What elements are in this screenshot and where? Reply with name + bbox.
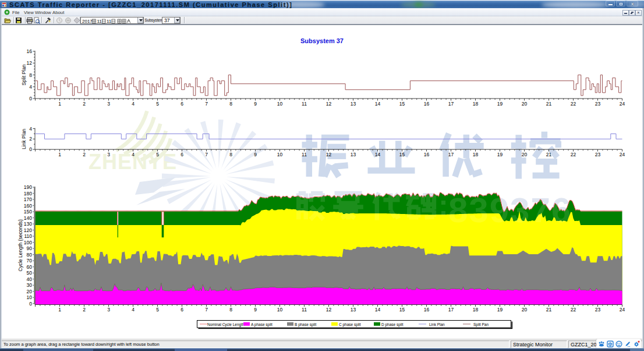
svg-text:150: 150 bbox=[24, 209, 32, 215]
svg-text:130: 130 bbox=[24, 221, 32, 227]
svg-text:110: 110 bbox=[24, 233, 32, 239]
svg-text:13: 13 bbox=[351, 101, 356, 107]
svg-text:140: 140 bbox=[24, 215, 32, 221]
svg-text:24: 24 bbox=[620, 101, 625, 107]
svg-text:4: 4 bbox=[132, 307, 135, 313]
svg-text:23: 23 bbox=[595, 101, 601, 107]
svg-text:15: 15 bbox=[399, 152, 405, 157]
svg-text:40: 40 bbox=[27, 276, 33, 282]
svg-text:20: 20 bbox=[522, 152, 528, 157]
svg-text:11: 11 bbox=[302, 307, 307, 313]
svg-text:19: 19 bbox=[497, 101, 503, 107]
svg-text:Cycle Length (seconds): Cycle Length (seconds) bbox=[17, 219, 23, 271]
svg-text:21: 21 bbox=[546, 152, 552, 157]
svg-text:90: 90 bbox=[27, 245, 33, 251]
svg-text:24: 24 bbox=[620, 307, 625, 313]
svg-text:4: 4 bbox=[29, 84, 32, 90]
svg-text:2: 2 bbox=[83, 101, 86, 107]
svg-text:4: 4 bbox=[132, 152, 135, 157]
svg-text:21: 21 bbox=[546, 307, 552, 313]
svg-text:10: 10 bbox=[277, 152, 283, 157]
svg-text:0: 0 bbox=[29, 96, 32, 101]
svg-text:5: 5 bbox=[156, 152, 159, 157]
svg-text:3: 3 bbox=[107, 101, 110, 107]
svg-text:14: 14 bbox=[375, 307, 381, 313]
svg-text:19: 19 bbox=[497, 307, 503, 313]
svg-text:15: 15 bbox=[399, 101, 405, 107]
svg-text:8: 8 bbox=[29, 72, 32, 78]
svg-text:11: 11 bbox=[97, 19, 102, 24]
svg-text:A phase split: A phase split bbox=[251, 322, 273, 327]
svg-text:6: 6 bbox=[181, 152, 183, 157]
svg-text:11: 11 bbox=[107, 19, 112, 24]
svg-text:2: 2 bbox=[83, 307, 86, 313]
svg-text:20: 20 bbox=[522, 101, 528, 107]
svg-text:6: 6 bbox=[181, 101, 183, 107]
svg-text:Split Plan: Split Plan bbox=[21, 64, 27, 85]
svg-text:4: 4 bbox=[132, 101, 135, 107]
svg-text:120: 120 bbox=[24, 227, 32, 233]
svg-text:14: 14 bbox=[375, 101, 381, 107]
svg-text:22: 22 bbox=[571, 307, 576, 313]
svg-text:Subsystem 37: Subsystem 37 bbox=[300, 37, 344, 44]
svg-text:12: 12 bbox=[326, 307, 332, 313]
svg-text:8: 8 bbox=[229, 307, 232, 313]
svg-text:21: 21 bbox=[546, 101, 552, 107]
svg-text:170: 170 bbox=[24, 196, 32, 202]
svg-text:23: 23 bbox=[595, 152, 601, 157]
svg-text:9: 9 bbox=[254, 152, 257, 157]
svg-text:Nominal Cycle Length: Nominal Cycle Length bbox=[207, 322, 245, 327]
svg-text:18: 18 bbox=[473, 152, 479, 157]
svg-text:50: 50 bbox=[27, 270, 33, 276]
svg-text:100: 100 bbox=[24, 240, 32, 245]
svg-text:10: 10 bbox=[277, 101, 283, 107]
svg-text:13: 13 bbox=[351, 152, 356, 157]
svg-text:7: 7 bbox=[205, 307, 208, 313]
svg-text:12: 12 bbox=[326, 101, 332, 107]
svg-text:19: 19 bbox=[497, 152, 503, 157]
svg-text:190: 190 bbox=[24, 184, 32, 190]
svg-text:22: 22 bbox=[571, 101, 576, 107]
svg-text:4: 4 bbox=[29, 126, 32, 132]
svg-text:Link Plan: Link Plan bbox=[429, 322, 445, 327]
svg-text:2017: 2017 bbox=[82, 19, 93, 24]
svg-text:160: 160 bbox=[24, 203, 32, 209]
svg-text:1: 1 bbox=[58, 307, 61, 313]
svg-text:2: 2 bbox=[29, 136, 32, 142]
svg-text:3: 3 bbox=[107, 307, 110, 313]
svg-text:13: 13 bbox=[351, 307, 356, 313]
svg-text:839376: 839376 bbox=[448, 191, 572, 230]
svg-text:12: 12 bbox=[27, 60, 33, 66]
svg-text:11: 11 bbox=[302, 101, 307, 107]
svg-text:1: 1 bbox=[58, 101, 61, 107]
svg-text:9: 9 bbox=[254, 101, 257, 107]
svg-text:10: 10 bbox=[277, 307, 283, 313]
svg-text:20: 20 bbox=[522, 307, 528, 313]
svg-text:6: 6 bbox=[181, 307, 183, 313]
svg-text:9: 9 bbox=[254, 307, 257, 313]
svg-text:12: 12 bbox=[326, 152, 332, 157]
svg-text:23: 23 bbox=[595, 307, 601, 313]
svg-text:16: 16 bbox=[424, 307, 430, 313]
svg-text:11: 11 bbox=[302, 152, 307, 157]
svg-text:D phase split: D phase split bbox=[381, 322, 404, 327]
svg-text:17: 17 bbox=[448, 152, 454, 157]
svg-text:20: 20 bbox=[27, 289, 33, 294]
svg-text:8: 8 bbox=[229, 101, 232, 107]
svg-text:18: 18 bbox=[473, 307, 479, 313]
svg-text:15: 15 bbox=[399, 307, 405, 313]
svg-text:8: 8 bbox=[229, 152, 232, 157]
svg-text:0: 0 bbox=[29, 146, 32, 152]
svg-text:3: 3 bbox=[107, 152, 110, 157]
svg-text:14: 14 bbox=[375, 152, 381, 157]
svg-text:22: 22 bbox=[571, 152, 576, 157]
svg-text:1: 1 bbox=[58, 152, 61, 157]
svg-text:5: 5 bbox=[156, 307, 159, 313]
svg-text:2: 2 bbox=[83, 152, 86, 157]
svg-text:17: 17 bbox=[448, 307, 454, 313]
svg-text:24: 24 bbox=[620, 152, 625, 157]
svg-text:70: 70 bbox=[27, 258, 33, 264]
svg-text:Link Plan: Link Plan bbox=[21, 129, 27, 149]
svg-text:5: 5 bbox=[156, 101, 159, 107]
svg-text:7: 7 bbox=[205, 152, 208, 157]
